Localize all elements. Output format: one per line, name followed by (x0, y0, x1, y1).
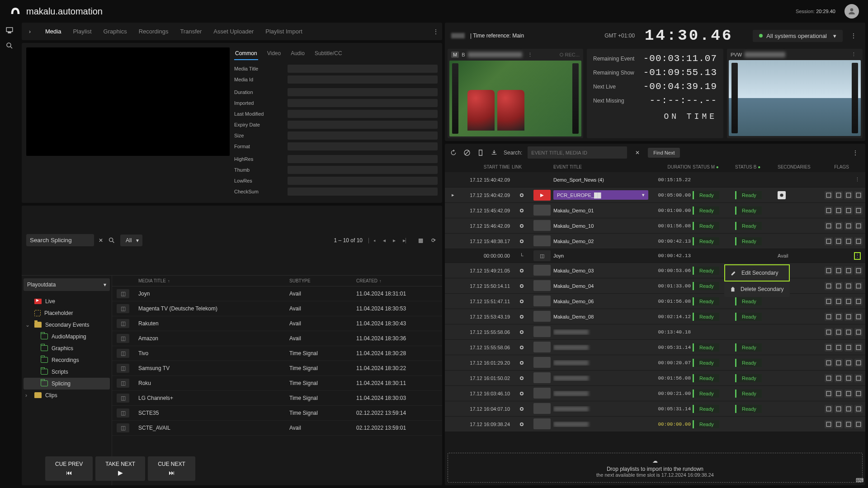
flag-icon[interactable] (844, 343, 853, 352)
more-icon[interactable]: ⋮ (848, 33, 859, 39)
tab-playlist-import[interactable]: Playlist Import (264, 25, 303, 38)
flag-icon[interactable] (835, 420, 843, 428)
find-next-button[interactable]: Find Next (648, 148, 680, 158)
tree-item-clips[interactable]: ›Clips (24, 389, 110, 401)
flag-icon[interactable] (854, 343, 863, 352)
flag-icon[interactable] (835, 191, 843, 199)
col-created[interactable]: CREATED↑ (356, 278, 438, 283)
more-icon[interactable]: ⋮ (850, 150, 861, 156)
rundown-body[interactable]: 17.12 15:40:42.09Demo_Sport_News (4)00:1… (445, 172, 865, 450)
media-row[interactable]: AmazonAvail11.04.2024 18:30:36 (112, 331, 442, 346)
flag-icon[interactable] (844, 405, 853, 413)
download-icon[interactable] (490, 149, 498, 157)
tab-graphics[interactable]: Graphics (103, 25, 128, 38)
flag-icon[interactable] (844, 267, 853, 275)
program-screen[interactable] (449, 61, 581, 136)
flag-icon[interactable] (854, 420, 863, 428)
edit-secondary-menu-item[interactable]: Edit Secondary (724, 264, 790, 282)
row-more-icon[interactable]: ⋮ (851, 252, 863, 260)
page-prev-icon[interactable]: ◂ (382, 237, 387, 244)
system-status-dropdown[interactable]: All systems operational ▾ (753, 30, 843, 42)
link-dot-icon[interactable] (520, 422, 524, 426)
rundown-row[interactable]: 17.12 16:04:07.10██████████00:05:31.14Re… (445, 401, 865, 416)
collapse-icon[interactable]: › (25, 28, 34, 35)
flag-icon[interactable] (854, 206, 863, 215)
clear-search-icon[interactable]: ✕ (632, 150, 642, 156)
flag-icon[interactable] (844, 313, 853, 321)
tree-item-audiomapping[interactable]: AudioMapping (24, 331, 110, 343)
tab-transfer[interactable]: Transfer (179, 25, 203, 38)
row-more-icon[interactable]: ⋮ (864, 329, 865, 335)
flag-icon[interactable] (844, 297, 853, 305)
refresh-icon[interactable]: ⟳ (429, 237, 438, 244)
flag-icon[interactable] (835, 206, 843, 215)
link-dot-icon[interactable] (520, 300, 524, 303)
row-more-icon[interactable]: ⋮ (864, 238, 865, 244)
flag-icon[interactable] (825, 206, 833, 215)
link-dot-icon[interactable] (520, 330, 524, 334)
keyboard-icon[interactable]: ⌨ (856, 477, 863, 483)
preview-screen[interactable] (729, 60, 861, 136)
row-more-icon[interactable]: ⋮ (864, 406, 865, 412)
tree-item-recordings[interactable]: Recordings (24, 354, 110, 366)
filter-dropdown[interactable]: All (120, 235, 142, 246)
flag-icon[interactable] (854, 191, 863, 199)
flag-icon[interactable] (844, 222, 853, 230)
media-row[interactable]: Samsung TVTime Signal11.04.2024 18:30:22 (112, 361, 442, 376)
rundown-row[interactable]: 17.12 15:49:21.05Makalu_Demo_0300:00:53.… (445, 263, 865, 278)
link-dot-icon[interactable] (520, 376, 524, 380)
tab-recordings[interactable]: Recordings (138, 25, 170, 38)
media-row[interactable]: LG Channels+Time Signal11.04.2024 18:30:… (112, 391, 442, 406)
link-dot-icon[interactable] (520, 193, 524, 197)
rundown-group-header[interactable]: 17.12 15:40:42.09Demo_Sport_News (4)00:1… (445, 172, 865, 187)
more-icon[interactable]: ⋮ (849, 52, 859, 57)
tab-asset-uploader[interactable]: Asset Uploader (212, 25, 255, 38)
flag-icon[interactable] (825, 389, 833, 398)
tab-media[interactable]: Media (44, 25, 62, 38)
refresh-icon[interactable] (449, 149, 458, 157)
tree-item-live[interactable]: Live (24, 296, 110, 307)
link-dot-icon[interactable] (520, 346, 524, 349)
flag-icon[interactable] (825, 191, 833, 199)
rundown-row[interactable]: 17.12 15:53:43.19Makalu_Demo_0800:02:14.… (445, 309, 865, 324)
flag-icon[interactable] (825, 405, 833, 413)
flag-icon[interactable] (844, 206, 853, 215)
col-subtype[interactable]: SUBTYPE (289, 278, 353, 283)
rundown-row[interactable]: 17.12 15:45:42.09Makalu_Demo_0100:01:00.… (445, 203, 865, 218)
flag-icon[interactable] (835, 282, 843, 290)
grid-view-icon[interactable]: ▦ (416, 237, 425, 244)
row-more-icon[interactable]: ⋮ (864, 390, 865, 396)
flag-icon[interactable] (835, 297, 843, 305)
rundown-secondary-row[interactable]: 00:00:00.00└◫Joyn00:00:42.13Avail⋮ (445, 249, 865, 263)
flag-icon[interactable] (825, 328, 833, 336)
media-row[interactable]: Magenta TV (Deutsche Telekom)Avail11.04.… (112, 301, 442, 316)
flag-icon[interactable] (825, 267, 833, 275)
row-more-icon[interactable]: ⋮ (864, 375, 865, 381)
tree-item-graphics[interactable]: Graphics (24, 343, 110, 354)
page-next-icon[interactable]: ▸ (392, 237, 397, 244)
flag-icon[interactable] (835, 359, 843, 367)
link-dot-icon[interactable] (520, 224, 524, 228)
page-last-icon[interactable]: ▸⎸ (401, 237, 412, 244)
row-more-icon[interactable]: ⋮ (864, 298, 865, 304)
row-more-icon[interactable]: ⋮ (864, 192, 865, 198)
flag-icon[interactable] (825, 222, 833, 230)
rundown-search-input[interactable] (528, 146, 627, 159)
link-dot-icon[interactable] (520, 315, 524, 319)
flag-icon[interactable] (844, 328, 853, 336)
flag-icon[interactable] (825, 313, 833, 321)
take-next-button[interactable]: TAKE NEXT▶ (95, 456, 145, 481)
rundown-row[interactable]: 17.12 16:01:29.20██████████00:00:20.07Re… (445, 355, 865, 370)
media-row[interactable]: SCTE_AVAILAvail02.12.2022 13:59:01 (112, 421, 442, 436)
media-row[interactable]: RakutenAvail11.04.2024 18:30:43 (112, 316, 442, 331)
flag-icon[interactable] (825, 374, 833, 382)
rundown-row[interactable]: 17.12 15:50:14.11Makalu_Demo_0400:01:33.… (445, 278, 865, 293)
flag-icon[interactable] (835, 405, 843, 413)
lock-disabled-icon[interactable] (463, 149, 471, 157)
flag-icon[interactable] (835, 222, 843, 230)
flag-icon[interactable] (854, 313, 863, 321)
tree-item-placeholder[interactable]: Placeholder (24, 307, 110, 319)
link-dot-icon[interactable] (520, 209, 524, 212)
more-icon[interactable]: ⋮ (433, 28, 439, 35)
flag-icon[interactable] (844, 282, 853, 290)
